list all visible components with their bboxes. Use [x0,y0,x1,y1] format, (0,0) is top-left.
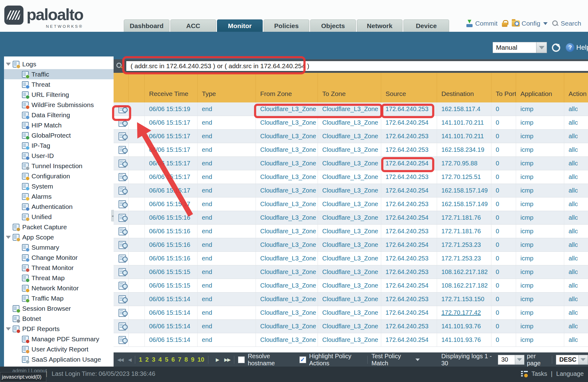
nav-tab[interactable]: Policies [264,19,309,32]
sidebar-item[interactable]: Change Monitor [4,252,114,263]
page-number[interactable]: 10 [198,356,204,363]
sidebar-item[interactable]: Summary [4,242,114,252]
log-detail-icon[interactable] [119,336,126,344]
log-detail-icon[interactable] [119,119,126,127]
commit-button[interactable]: Commit [466,20,497,27]
column-header[interactable]: Application [516,73,564,102]
sidebar-item[interactable]: System [4,181,114,191]
destination-cell[interactable]: 172.71.181.76 [437,225,491,238]
sidebar-item[interactable]: Data Filtering [4,110,114,120]
sidebar-item[interactable]: Configuration [4,171,114,181]
destination-cell[interactable]: 162.158.157.149 [437,184,491,197]
destination-cell[interactable]: 162.158.157.149 [437,197,491,211]
log-detail-icon[interactable] [119,282,126,290]
sidebar-item[interactable]: App Scope [4,232,114,242]
table-row[interactable]: 06/06 15:15:17 end Cloudflare_L3_Zone Cl… [114,143,588,157]
destination-cell[interactable]: 108.162.217.182 [437,279,491,292]
column-header[interactable]: Destination [437,73,491,102]
resolve-hostname-checkbox[interactable] [238,356,245,363]
column-header[interactable] [129,73,145,102]
log-detail-icon[interactable] [119,160,126,168]
table-row[interactable]: 06/06 15:15:17 end Cloudflare_L3_Zone Cl… [114,116,588,130]
log-detail-icon[interactable] [119,309,126,317]
sidebar-item[interactable]: Session Browser [4,303,114,313]
log-detail-icon[interactable] [119,227,126,235]
destination-cell[interactable]: 141.101.70.211 [437,130,491,143]
destination-cell[interactable]: 172.70.125.51 [437,170,491,184]
table-row[interactable]: 06/06 15:15:17 end Cloudflare_L3_Zone Cl… [114,130,588,143]
column-header[interactable] [114,73,129,102]
destination-cell[interactable]: 162.158.234.19 [437,143,491,156]
sidebar-item[interactable]: User Activity Report [4,344,114,354]
log-detail-icon[interactable] [119,295,126,303]
column-header[interactable]: To Zone [318,73,381,102]
destination-cell[interactable]: 108.162.217.182 [437,265,491,279]
sidebar-item[interactable]: URL Filtering [4,89,114,100]
table-row[interactable]: 06/06 15:15:16 end Cloudflare_L3_Zone Cl… [114,252,588,265]
page-number[interactable]: 7 [178,356,181,363]
destination-cell[interactable]: 172.70.177.42 [437,306,491,319]
sidebar-item[interactable]: User-ID [4,151,114,161]
table-row[interactable]: 06/06 15:15:16 end Cloudflare_L3_Zone Cl… [114,211,588,225]
log-detail-icon[interactable] [119,173,126,181]
tree-expand-caret-icon[interactable] [6,63,11,66]
sidebar-collapse-handle[interactable]: ◂ [111,210,114,222]
sidebar-item[interactable]: Network Monitor [4,283,114,293]
table-row[interactable]: 06/06 15:15:16 end Cloudflare_L3_Zone Cl… [114,238,588,252]
page-number[interactable]: 2 [145,356,149,363]
table-row[interactable]: 06/06 15:15:17 end Cloudflare_L3_Zone Cl… [114,157,588,170]
table-row[interactable]: 06/06 15:15:14 end Cloudflare_L3_Zone Cl… [114,320,588,333]
config-menu-button[interactable]: Config [512,20,548,27]
lock-icon[interactable] [502,20,507,27]
destination-cell[interactable]: 172.71.153.150 [437,293,491,306]
table-row[interactable]: 06/06 15:15:16 end Cloudflare_L3_Zone Cl… [114,225,588,238]
prev-page-icon[interactable]: ◀ [128,357,131,363]
sidebar-item[interactable]: Botnet [4,313,114,324]
test-policy-match-button[interactable]: Test Policy Match [371,353,419,367]
sidebar-item[interactable]: Threat Monitor [4,263,114,273]
next-page-icon[interactable]: ▶ [216,357,219,363]
highlight-policy-option[interactable]: ✓ Highlight Policy Actions [299,353,364,367]
sidebar-item[interactable]: Unified [4,212,114,222]
table-row[interactable]: 06/06 15:15:17 end Cloudflare_L3_Zone Cl… [114,197,588,211]
log-detail-icon[interactable] [119,187,126,195]
last-page-icon[interactable]: ▶▶ [224,357,230,363]
sidebar-item[interactable]: Logs [4,59,114,69]
page-number[interactable]: 6 [171,356,175,363]
destination-cell[interactable]: 172.71.253.23 [437,238,491,251]
destination-cell[interactable]: 172.71.253.23 [437,252,491,265]
language-button[interactable]: Language [556,370,584,377]
nav-tab[interactable]: Dashboard [124,19,169,32]
nav-tab[interactable]: Network [357,19,402,32]
page-number[interactable]: 4 [158,356,162,363]
tree-expand-caret-icon[interactable] [6,236,11,239]
sidebar-item[interactable]: Manage PDF Summary [4,334,114,344]
log-detail-icon[interactable] [119,146,126,154]
page-number[interactable]: 3 [152,356,155,363]
sort-order-select[interactable]: DESC [556,355,588,365]
sidebar-item[interactable]: Traffic Map [4,293,114,303]
nav-tab[interactable]: ACC [170,19,216,32]
refresh-interval-dropdown-button[interactable] [536,42,547,53]
resolve-hostname-option[interactable]: Resolve hostname [238,353,291,367]
destination-cell[interactable]: 172.71.181.76 [437,211,491,224]
column-header[interactable]: Type [198,73,256,102]
help-button[interactable]: ? Help [566,43,588,52]
sidebar-item[interactable]: Packet Capture [4,222,114,232]
log-detail-icon[interactable] [119,132,126,140]
log-detail-icon[interactable] [119,322,126,330]
destination-cell[interactable]: 141.101.93.76 [437,333,491,347]
first-page-icon[interactable]: ◀◀ [117,357,123,363]
refresh-interval-select[interactable]: Manual [493,42,536,53]
sidebar-item[interactable]: WildFire Submissions [4,100,114,110]
log-detail-icon[interactable] [119,214,126,222]
log-detail-icon[interactable] [119,255,126,263]
column-header[interactable]: To Port [491,73,516,102]
sidebar-item[interactable]: HIP Match [4,120,114,130]
table-row[interactable]: 06/06 15:15:14 end Cloudflare_L3_Zone Cl… [114,306,588,320]
table-row[interactable]: 06/06 15:15:15 end Cloudflare_L3_Zone Cl… [114,279,588,293]
log-detail-icon[interactable] [119,105,126,113]
page-number[interactable]: 1 [139,356,142,363]
column-header[interactable]: Receive Time [145,73,198,102]
sidebar-item[interactable]: Traffic [4,69,114,79]
